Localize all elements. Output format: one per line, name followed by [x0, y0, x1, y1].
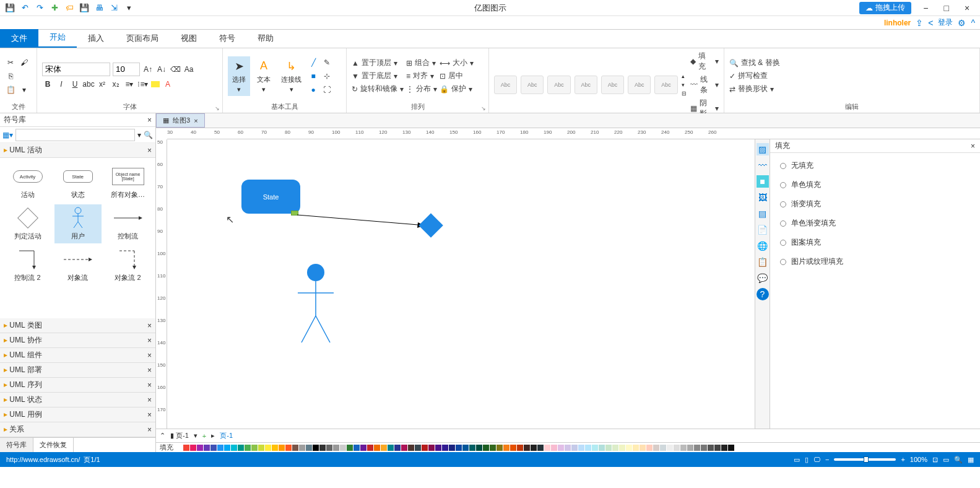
minimize-icon[interactable]: −: [916, 3, 935, 13]
upload-button[interactable]: ☁ 拖拽上传: [859, 2, 911, 14]
bold-icon[interactable]: B: [42, 79, 53, 90]
color-swatch[interactable]: [408, 445, 414, 451]
color-swatch[interactable]: [490, 445, 496, 451]
shape-user[interactable]: 用户: [54, 204, 102, 243]
canvas-connector[interactable]: [297, 214, 424, 231]
symlib-menu-icon[interactable]: ▦▾: [2, 131, 13, 139]
color-swatch[interactable]: [394, 445, 401, 451]
color-swatch[interactable]: [238, 445, 244, 451]
case-icon[interactable]: Aa: [183, 64, 194, 75]
anchor-icon[interactable]: ⊹: [321, 71, 332, 82]
shape-state[interactable]: State状态: [54, 163, 102, 202]
color-swatch[interactable]: [245, 445, 251, 451]
close-icon[interactable]: ×: [958, 3, 976, 13]
page-dd-icon[interactable]: ▾: [194, 432, 197, 440]
color-swatch[interactable]: [190, 445, 196, 451]
zoom-in-icon[interactable]: +: [901, 456, 904, 463]
shrink-font-icon[interactable]: A↓: [156, 64, 167, 75]
color-swatch[interactable]: [605, 445, 612, 451]
tool-connector[interactable]: ↳连接线▾: [277, 56, 305, 96]
color-swatch[interactable]: [340, 445, 346, 451]
canvas[interactable]: State ↖: [167, 139, 755, 429]
replace-shape-button[interactable]: ⇄ 替换形状 ▾: [729, 84, 780, 94]
save-icon[interactable]: 💾: [4, 2, 16, 14]
shape-all-objects[interactable]: Object name[State]所有对象…: [105, 163, 152, 202]
view-mode-2-icon[interactable]: ▯: [805, 456, 809, 464]
style-preset-3[interactable]: Abc: [547, 76, 570, 94]
shape-control-flow-2[interactable]: 控制流 2: [4, 246, 51, 285]
text-tool-icon[interactable]: 📄: [757, 224, 769, 236]
zoom-value[interactable]: 100%: [910, 456, 927, 463]
print-icon[interactable]: 🖶: [93, 2, 105, 14]
cat-close-icon[interactable]: ×: [147, 146, 152, 155]
line-spacing-icon[interactable]: ≡▾: [124, 79, 135, 90]
color-swatch[interactable]: [646, 445, 653, 451]
color-swatch[interactable]: [435, 445, 441, 451]
style-down-icon[interactable]: ▾: [682, 82, 687, 88]
page-tool-icon[interactable]: ▤: [757, 207, 769, 220]
clear-format-icon[interactable]: ⌫: [170, 64, 181, 75]
undo-icon[interactable]: ↶: [19, 2, 31, 14]
format-painter-icon[interactable]: 🖌: [19, 57, 30, 68]
find-replace-button[interactable]: 🔍 查找 & 替换: [729, 58, 780, 68]
fit-page-icon[interactable]: ⊡: [932, 456, 938, 464]
tab-file[interactable]: 文件: [0, 29, 38, 48]
color-swatch[interactable]: [626, 445, 632, 451]
view-mode-1-icon[interactable]: ▭: [794, 456, 800, 464]
color-swatch[interactable]: [442, 445, 448, 451]
color-swatch[interactable]: [183, 445, 189, 451]
tab-symbol[interactable]: 符号: [208, 29, 246, 48]
color-swatch[interactable]: [388, 445, 394, 451]
font-name-select[interactable]: [42, 63, 110, 76]
maximize-icon[interactable]: □: [937, 3, 956, 13]
grow-font-icon[interactable]: A↑: [142, 64, 154, 75]
color-swatch[interactable]: [721, 445, 727, 451]
color-swatch[interactable]: [565, 445, 571, 451]
color-swatch[interactable]: [714, 445, 721, 451]
spellcheck-button[interactable]: ✓ 拼写检查: [729, 71, 780, 81]
style-preset-6[interactable]: Abc: [628, 76, 651, 94]
color-swatch[interactable]: [258, 445, 264, 451]
color-swatch[interactable]: [674, 445, 680, 451]
underline-icon[interactable]: U: [69, 79, 80, 90]
color-swatch[interactable]: [299, 445, 305, 451]
superscript-icon[interactable]: x²: [97, 79, 108, 90]
style-preset-1[interactable]: Abc: [494, 76, 517, 94]
color-swatch[interactable]: [197, 445, 203, 451]
color-swatch[interactable]: [176, 445, 183, 451]
tab-help[interactable]: 帮助: [246, 29, 285, 48]
color-swatch[interactable]: [279, 445, 285, 451]
color-swatch[interactable]: [326, 445, 332, 451]
color-swatch[interactable]: [640, 445, 646, 451]
fill-tool-icon[interactable]: ▨: [757, 143, 769, 155]
color-swatch[interactable]: [333, 445, 339, 451]
shape-control-flow[interactable]: 控制流: [105, 204, 152, 243]
center-button[interactable]: ⊡ 居中: [440, 71, 474, 81]
style-preset-4[interactable]: Abc: [575, 76, 597, 94]
tab-page-layout[interactable]: 页面布局: [115, 29, 170, 48]
color-swatch[interactable]: [265, 445, 271, 451]
color-swatch[interactable]: [353, 445, 360, 451]
symlib-search-dd-icon[interactable]: ▾: [137, 131, 141, 139]
color-swatch[interactable]: [585, 445, 591, 451]
color-swatch[interactable]: [612, 445, 618, 451]
tool-select[interactable]: ➤选择▾: [228, 56, 250, 96]
color-swatch[interactable]: [558, 445, 564, 451]
color-swatch[interactable]: [633, 445, 639, 451]
color-swatch[interactable]: [428, 445, 435, 451]
color-swatch[interactable]: [551, 445, 557, 451]
fill-option[interactable]: 无填充: [780, 160, 970, 171]
color-swatch[interactable]: [306, 445, 312, 451]
fill-option[interactable]: 图案填充: [780, 237, 970, 248]
color-swatch[interactable]: [667, 445, 673, 451]
color-swatch[interactable]: [462, 445, 469, 451]
cat-UML 用例[interactable]: ▸ UML 用例×: [0, 407, 155, 422]
cat-UML 状态[interactable]: ▸ UML 状态×: [0, 393, 155, 407]
fill-option[interactable]: 单色填充: [780, 180, 970, 190]
color-swatch[interactable]: [217, 445, 223, 451]
zoom-out-icon[interactable]: −: [825, 456, 829, 463]
color-swatch[interactable]: [680, 445, 687, 451]
share2-icon[interactable]: <: [928, 18, 933, 28]
color-swatch[interactable]: [524, 445, 530, 451]
page-tab-1[interactable]: ▮ 页-1: [170, 431, 189, 440]
